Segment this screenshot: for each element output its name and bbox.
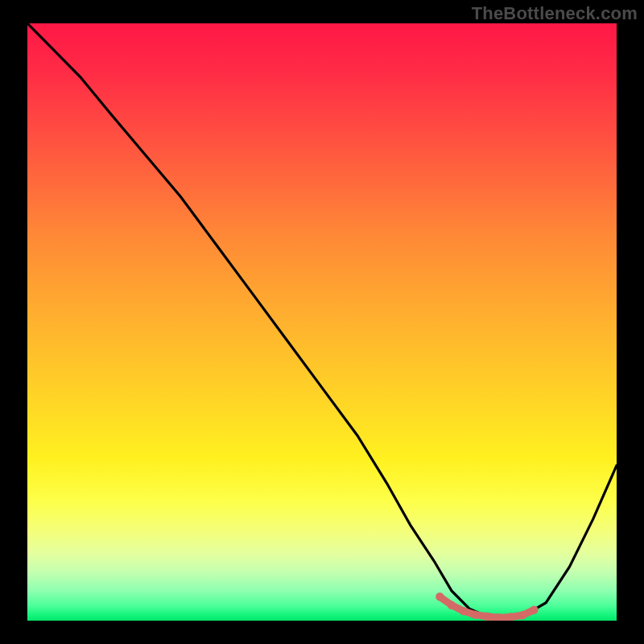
valley-dot: [518, 611, 526, 619]
watermark-text: TheBottleneck.com: [472, 3, 638, 24]
chart-frame: TheBottleneck.com: [0, 0, 644, 644]
valley-dot: [483, 613, 491, 621]
valley-dot: [460, 607, 468, 615]
valley-dot: [436, 592, 444, 601]
valley-marks-group: [436, 592, 539, 621]
valley-dot: [471, 610, 479, 618]
plot-area: [27, 23, 617, 621]
valley-dot: [530, 605, 538, 613]
valley-dot: [448, 601, 456, 609]
valley-marks: [27, 23, 617, 621]
